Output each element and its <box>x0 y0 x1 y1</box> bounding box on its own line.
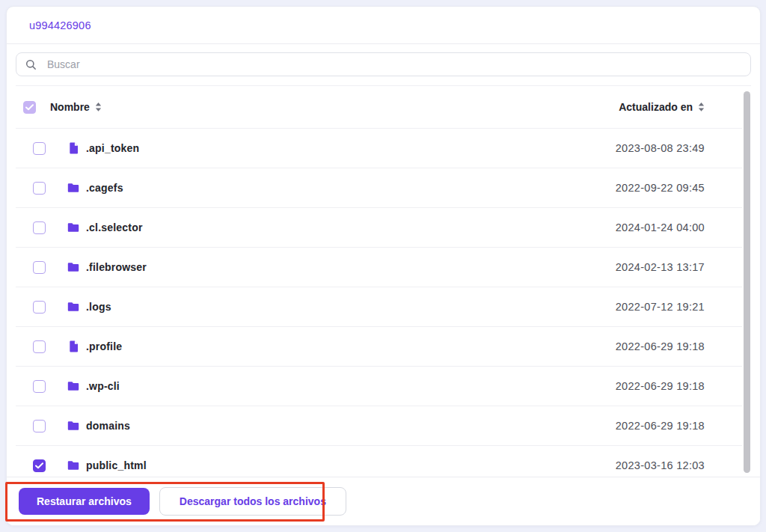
row-checkbox[interactable] <box>33 261 46 274</box>
search-input[interactable] <box>46 58 741 71</box>
updated-at-value: 2022-07-12 19:21 <box>616 301 705 313</box>
column-name-label: Nombre <box>50 101 90 113</box>
file-name-label[interactable]: .cl.selector <box>86 221 143 233</box>
row-checkbox[interactable] <box>33 420 46 432</box>
search-icon <box>25 59 37 70</box>
sort-icon[interactable] <box>698 103 705 111</box>
row-checkbox[interactable] <box>33 142 46 155</box>
file-name-label[interactable]: .wp-cli <box>86 380 120 392</box>
file-name-label[interactable]: .logs <box>86 301 111 313</box>
table-row[interactable]: domains2022-06-29 19:18 <box>7 406 760 445</box>
row-checkbox[interactable] <box>33 459 46 472</box>
file-icon <box>67 141 80 155</box>
updated-at-value: 2022-06-29 19:18 <box>616 340 705 352</box>
row-checkbox[interactable] <box>33 182 46 195</box>
search-box[interactable] <box>16 52 751 76</box>
file-icon <box>67 340 80 353</box>
updated-at-value: 2022-06-29 19:18 <box>616 380 705 392</box>
table-header: Nombre Actualizado en <box>7 86 760 128</box>
file-name-label[interactable]: domains <box>86 420 130 432</box>
restore-files-button[interactable]: Restaurar archivos <box>19 488 150 515</box>
updated-at-value: 2024-01-24 04:00 <box>616 221 705 233</box>
table-row[interactable]: .api_token2023-08-08 23:49 <box>7 129 760 168</box>
file-name-label[interactable]: .filebrowser <box>86 261 147 273</box>
select-all-checkbox[interactable] <box>23 101 36 114</box>
folder-icon <box>67 181 80 195</box>
table-row[interactable]: .cagefs2022-09-22 09:45 <box>7 168 760 207</box>
folder-icon <box>67 419 80 432</box>
column-updated-label: Actualizado en <box>619 101 693 113</box>
table-row[interactable]: .logs2022-07-12 19:21 <box>7 287 760 326</box>
panel-header: u994426906 <box>7 7 760 44</box>
folder-icon <box>67 221 80 234</box>
table-row[interactable]: .wp-cli2022-06-29 19:18 <box>7 367 760 406</box>
row-checkbox[interactable] <box>33 301 46 314</box>
sort-icon[interactable] <box>95 103 102 111</box>
row-checkbox[interactable] <box>33 340 46 353</box>
updated-at-value: 2022-06-29 19:18 <box>616 420 705 432</box>
row-checkbox[interactable] <box>33 221 46 234</box>
table-body: .api_token2023-08-08 23:49.cagefs2022-09… <box>7 129 760 485</box>
updated-at-value: 2024-02-13 13:17 <box>616 261 705 273</box>
file-name-label[interactable]: .profile <box>86 340 122 352</box>
folder-icon <box>67 379 80 393</box>
updated-at-value: 2023-08-08 23:49 <box>616 142 705 154</box>
account-username-label: u994426906 <box>29 19 91 31</box>
search-section <box>7 44 760 85</box>
updated-at-value: 2023-03-16 12:03 <box>616 459 705 471</box>
checkmark-icon <box>25 104 34 111</box>
table-row[interactable]: .profile2022-06-29 19:18 <box>7 327 760 366</box>
download-all-files-button[interactable]: Descargar todos los archivos <box>159 487 346 516</box>
column-header-updated[interactable]: Actualizado en <box>619 101 705 113</box>
table-row[interactable]: .cl.selector2024-01-24 04:00 <box>7 208 760 247</box>
file-name-label[interactable]: public_html <box>86 459 147 471</box>
folder-icon <box>67 260 80 274</box>
action-bar: Restaurar archivos Descargar todos los a… <box>7 477 760 525</box>
file-name-label[interactable]: .api_token <box>86 142 139 154</box>
vertical-scrollbar-thumb[interactable] <box>744 91 750 473</box>
row-checkbox[interactable] <box>33 380 46 393</box>
backup-files-panel: u994426906 Nombre A <box>6 6 761 526</box>
folder-icon <box>67 459 80 472</box>
table-row[interactable]: .filebrowser2024-02-13 13:17 <box>7 248 760 287</box>
column-header-name[interactable]: Nombre <box>50 101 102 113</box>
updated-at-value: 2022-09-22 09:45 <box>616 182 705 194</box>
file-name-label[interactable]: .cagefs <box>86 182 123 194</box>
folder-icon <box>67 300 80 314</box>
